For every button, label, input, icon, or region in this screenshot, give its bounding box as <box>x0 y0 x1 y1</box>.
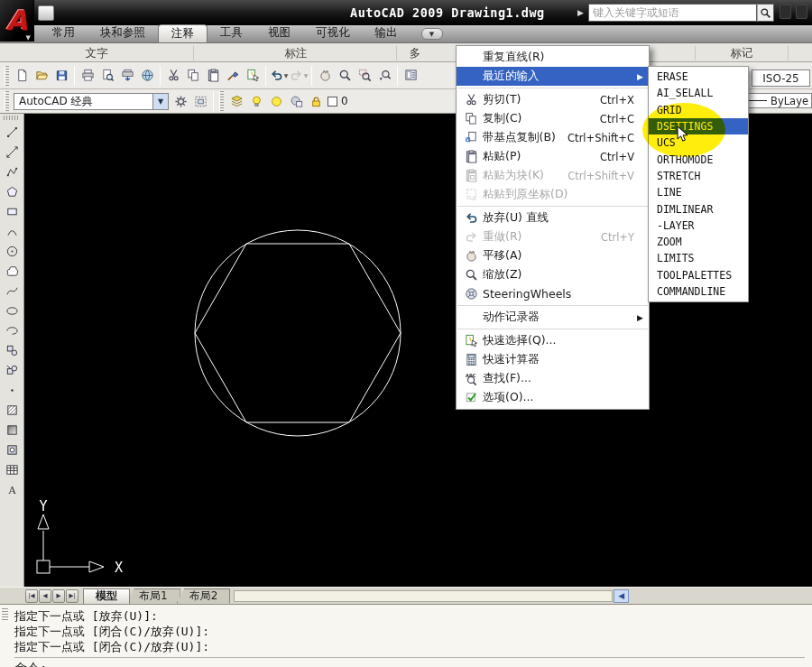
scroll-left-button[interactable]: ◀ <box>614 589 629 603</box>
menu-item-19[interactable]: 快速计算器 <box>457 350 649 369</box>
ribbon-tab-0[interactable]: 常用 <box>40 24 88 42</box>
rectangle-icon[interactable] <box>2 201 23 221</box>
search-icon[interactable] <box>757 4 774 22</box>
recent-input-item-2[interactable]: GRID <box>649 102 748 118</box>
zoom-previous-icon[interactable] <box>374 65 394 87</box>
toolbar-drag-handle[interactable] <box>219 91 224 111</box>
make-block-icon[interactable] <box>2 360 23 380</box>
ribbon-tab-3[interactable]: 工具 <box>208 24 255 42</box>
print-preview-icon[interactable] <box>97 65 117 87</box>
recent-input-item-9[interactable]: -LAYER <box>649 218 748 234</box>
menu-item-3[interactable]: 剪切(T)Ctrl+X <box>457 90 649 109</box>
recent-input-item-6[interactable]: STRETCH <box>649 168 748 184</box>
panel-multileader-label[interactable]: 多 <box>399 46 431 60</box>
gear-icon[interactable] <box>171 90 190 112</box>
ellipse-arc-icon[interactable] <box>2 320 23 340</box>
menu-item-16[interactable]: 动作记录器▶ <box>457 308 649 327</box>
toolbar-drag-handle[interactable] <box>4 116 20 120</box>
menu-item-20[interactable]: ABC查找(F)... <box>457 369 649 388</box>
ribbon-tab-6[interactable]: 输出 <box>363 24 411 42</box>
gradient-icon[interactable] <box>2 420 23 440</box>
recent-input-item-1[interactable]: AI_SELALL <box>649 85 748 101</box>
revision-cloud-icon[interactable] <box>2 261 23 281</box>
copy-icon[interactable] <box>183 65 203 87</box>
menu-item-10[interactable]: 放弃(U) 直线 <box>457 208 649 227</box>
ribbon-tab-2[interactable]: 注释 <box>158 24 208 42</box>
workspace-frame-icon[interactable] <box>190 90 210 112</box>
workspace-combo[interactable]: AutoCAD 经典 ▼ <box>14 93 169 110</box>
pan-icon[interactable] <box>315 65 335 87</box>
infocenter-icon[interactable] <box>780 5 791 19</box>
quick-access-button[interactable] <box>38 5 54 21</box>
ribbon-minimize-button[interactable]: ▼ <box>421 28 443 40</box>
horizontal-scrollbar-track[interactable] <box>234 590 613 602</box>
spline-icon[interactable] <box>2 281 23 301</box>
publish-icon[interactable] <box>137 65 157 87</box>
quick-select-icon[interactable] <box>243 65 263 87</box>
mtext-icon[interactable]: A <box>2 479 23 499</box>
panel-dimension-label[interactable]: 标注 <box>196 46 397 60</box>
lock-icon[interactable] <box>306 90 326 112</box>
toolbar-drag-handle[interactable] <box>5 91 9 111</box>
recent-input-item-13[interactable]: COMMANDLINE <box>649 283 748 300</box>
menu-item-6[interactable]: 粘贴(P)Ctrl+V <box>457 147 649 166</box>
plot-circle-icon[interactable] <box>286 90 306 112</box>
freeze-circle-icon[interactable] <box>266 90 286 112</box>
insert-block-icon[interactable] <box>2 340 23 360</box>
recent-input-item-3[interactable]: DSETTINGS <box>649 118 748 134</box>
tab-nav-button-1[interactable]: ◀ <box>39 589 51 603</box>
panel-text-label[interactable]: 文字 <box>0 46 194 60</box>
recent-input-item-4[interactable]: UCS <box>649 134 748 151</box>
tab-nav-button-2[interactable]: ▶ <box>52 589 65 603</box>
print-icon[interactable] <box>78 65 97 87</box>
communication-center-icon[interactable] <box>796 5 807 19</box>
menu-item-7[interactable]: 粘贴为块(K)Ctrl+Shift+V <box>457 166 649 185</box>
toolbar-drag-handle[interactable] <box>5 66 9 86</box>
ellipse-icon[interactable] <box>2 301 23 320</box>
paste-icon[interactable] <box>203 65 223 87</box>
save-icon[interactable] <box>51 65 71 87</box>
recent-input-item-5[interactable]: ORTHOMODE <box>649 151 748 167</box>
zoom-window-icon[interactable] <box>355 65 374 87</box>
recent-input-item-10[interactable]: ZOOM <box>649 234 748 250</box>
ribbon-tab-5[interactable]: 可视化 <box>303 24 363 42</box>
command-prompt[interactable]: 命令: <box>14 657 805 667</box>
command-drag-handle[interactable] <box>2 608 8 621</box>
table-icon[interactable] <box>2 459 23 479</box>
zoom-icon[interactable] <box>335 65 355 87</box>
menu-item-13[interactable]: 缩放(Z) <box>457 265 649 284</box>
menu-item-21[interactable]: 选项(O)... <box>457 388 649 407</box>
recent-input-item-12[interactable]: TOOLPALETTES <box>649 267 748 283</box>
menu-item-4[interactable]: 复制(C)Ctrl+C <box>457 109 649 128</box>
menu-item-11[interactable]: 重做(R)Ctrl+Y <box>457 227 649 246</box>
cut-icon[interactable] <box>163 65 183 87</box>
match-properties-icon[interactable] <box>223 65 243 87</box>
new-file-icon[interactable] <box>12 65 32 87</box>
open-icon[interactable] <box>32 65 51 87</box>
menu-item-18[interactable]: 快速选择(Q)... <box>457 331 649 350</box>
layer-name[interactable]: 0 <box>341 95 348 107</box>
region-icon[interactable] <box>2 440 23 459</box>
recent-input-item-7[interactable]: LINE <box>649 184 748 200</box>
polygon-icon[interactable] <box>2 181 23 201</box>
line-icon[interactable] <box>2 122 23 142</box>
recent-input-item-8[interactable]: DIMLINEAR <box>649 200 748 217</box>
recent-input-item-0[interactable]: ERASE <box>649 69 748 85</box>
undo-icon[interactable]: ▼ <box>269 65 289 87</box>
command-line-area[interactable]: 指定下一点或 [放弃(U)]:指定下一点或 [闭合(C)/放弃(U)]:指定下一… <box>0 604 812 667</box>
hatch-icon[interactable] <box>2 400 23 420</box>
menu-item-5[interactable]: 带基点复制(B)Ctrl+Shift+C <box>457 128 649 147</box>
construction-line-icon[interactable] <box>2 142 23 162</box>
layer-manager-icon[interactable] <box>226 90 246 112</box>
bulb-icon[interactable] <box>246 90 266 112</box>
search-input[interactable] <box>588 4 757 22</box>
chevron-down-icon[interactable]: ▼ <box>152 94 168 109</box>
tab-nav-button-3[interactable]: ▶| <box>66 589 78 603</box>
arc-icon[interactable] <box>2 221 23 241</box>
tab-nav-button-0[interactable]: |◀ <box>25 589 38 603</box>
ribbon-tab-1[interactable]: 块和参照 <box>88 24 158 42</box>
redo-icon[interactable]: ▼ <box>289 65 309 87</box>
layout-tab-0[interactable]: 模型 <box>83 588 130 604</box>
polyline-icon[interactable] <box>2 162 23 181</box>
menu-item-0[interactable]: 重复直线(R) <box>457 48 649 67</box>
